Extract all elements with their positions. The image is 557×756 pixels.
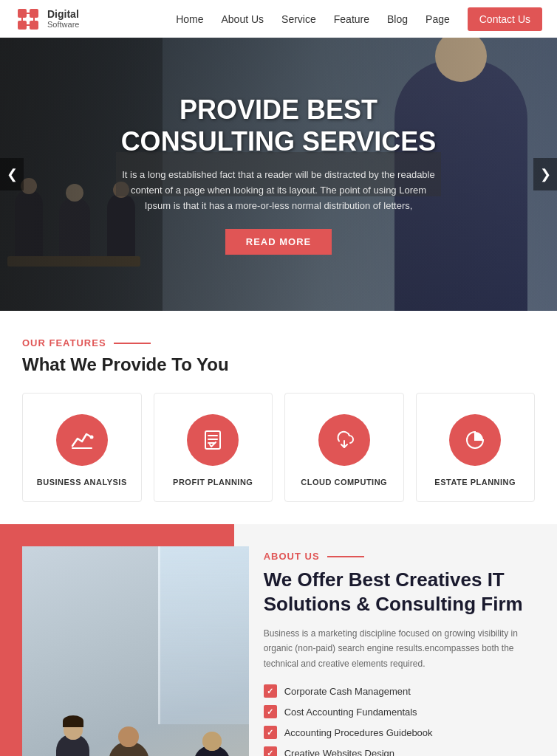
cloud-download-icon (332, 428, 356, 452)
cloud-computing-label: CLOUD COMPUTING (301, 478, 387, 487)
checkbox-2 (264, 726, 277, 739)
features-section: OUR FEATURES What We Provide To You BUSI… (0, 311, 557, 524)
checkbox-1 (264, 705, 277, 718)
feature-card-estate-planning: ESTATE PLANNING (416, 393, 536, 502)
chart-line-icon (70, 428, 94, 452)
profit-planning-label: PROFIT PLANNING (173, 478, 253, 487)
svg-rect-0 (18, 9, 27, 18)
about-section: ABOUT US We Offer Best Creatives IT Solu… (0, 524, 557, 756)
feature-card-business-analysis: BUSINESS ANALYSIS (22, 393, 142, 502)
svg-rect-2 (18, 21, 27, 30)
checklist-item-2: Accounting Procedures Guidebook (264, 726, 535, 739)
hero-section: PROVIDE BEST CONSULTING SERVICES It is a… (0, 38, 557, 311)
about-label: ABOUT US (264, 551, 535, 562)
about-person1 (56, 734, 89, 756)
hero-content: PROVIDE BEST CONSULTING SERVICES It is a… (0, 38, 557, 311)
logo[interactable]: Digital Software (15, 6, 79, 32)
features-label: OUR FEATURES (22, 337, 535, 348)
business-analysis-icon-circle (56, 414, 108, 466)
pie-chart-icon (463, 428, 487, 452)
nav-item-blog[interactable]: Blog (387, 13, 408, 26)
svg-rect-1 (30, 9, 38, 18)
about-description: Business is a marketing discipline focus… (264, 626, 535, 671)
document-list-icon (201, 428, 225, 452)
features-grid: BUSINESS ANALYSIS PROFIT PLANNING (22, 393, 535, 502)
about-image-box (22, 546, 249, 756)
nav-item-home[interactable]: Home (176, 13, 203, 26)
logo-title: Digital (47, 8, 79, 21)
navbar: Digital Software Home About Us Service F… (0, 0, 557, 38)
svg-rect-3 (30, 21, 38, 30)
about-checklist: Corporate Cash Management Cost Accountin… (264, 684, 535, 756)
hero-read-more-button[interactable]: READ MORE (225, 229, 332, 255)
feature-card-profit-planning: PROFIT PLANNING (154, 393, 273, 502)
checklist-item-3: Creative Websites Design (264, 746, 535, 756)
hero-prev-button[interactable]: ❮ (0, 158, 24, 190)
about-image (22, 546, 249, 756)
nav-contact-button[interactable]: Contact Us (468, 13, 542, 26)
svg-point-9 (89, 436, 93, 439)
about-left-panel (0, 524, 234, 756)
hero-description: It is a long established fact that a rea… (118, 168, 439, 213)
logo-text: Digital Software (47, 8, 79, 30)
checkbox-3 (264, 746, 277, 756)
checklist-item-1: Cost Accounting Fundamentals (264, 705, 535, 718)
logo-icon (15, 6, 41, 32)
profit-planning-icon-circle (187, 414, 239, 466)
checklist-item-0: Corporate Cash Management (264, 684, 535, 698)
feature-card-cloud-computing: CLOUD COMPUTING (284, 393, 404, 502)
estate-planning-icon-circle (449, 414, 501, 466)
nav-links: Home About Us Service Feature Blog Page … (176, 13, 542, 26)
nav-item-service[interactable]: Service (281, 13, 316, 26)
features-title: What We Provide To You (22, 354, 535, 375)
nav-item-about[interactable]: About Us (221, 13, 264, 26)
about-person3 (194, 745, 230, 756)
about-person2 (109, 741, 149, 756)
estate-planning-label: ESTATE PLANNING (434, 478, 516, 487)
logo-subtitle: Software (47, 20, 79, 30)
nav-item-page[interactable]: Page (426, 13, 450, 26)
business-analysis-label: BUSINESS ANALYSIS (37, 478, 127, 487)
about-right-panel: ABOUT US We Offer Best Creatives IT Solu… (234, 524, 557, 756)
checkbox-0 (264, 684, 277, 698)
hero-next-button[interactable]: ❯ (533, 158, 557, 190)
nav-item-feature[interactable]: Feature (334, 13, 369, 26)
cloud-computing-icon-circle (318, 414, 370, 466)
office-window (158, 546, 249, 724)
about-title: We Offer Best Creatives IT Solutions & C… (264, 568, 535, 616)
hero-title: PROVIDE BEST CONSULTING SERVICES (121, 94, 437, 157)
